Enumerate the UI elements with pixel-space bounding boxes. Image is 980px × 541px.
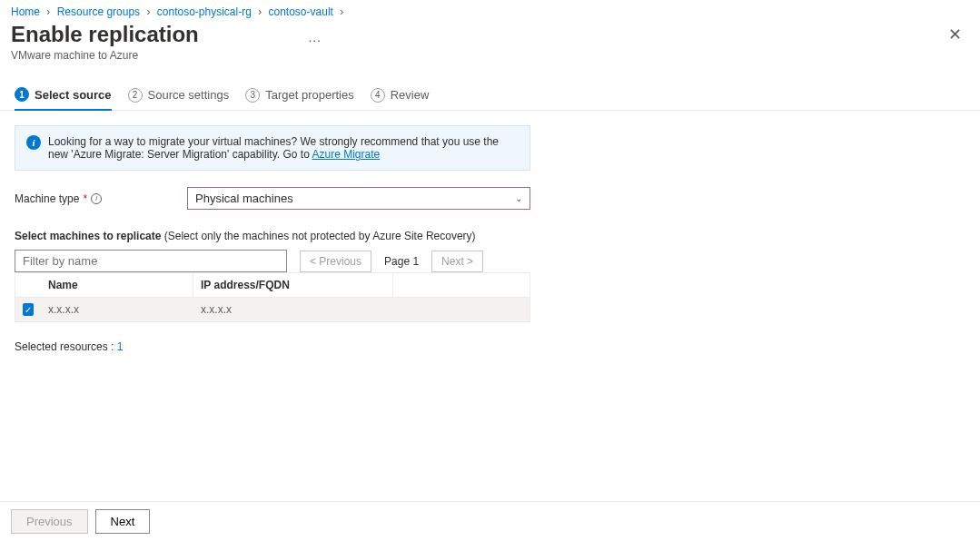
tab-review[interactable]: 4 Review <box>371 87 430 110</box>
machine-type-label: Machine type * i <box>15 192 187 205</box>
help-icon[interactable]: i <box>91 193 102 204</box>
more-menu[interactable]: … <box>308 29 323 44</box>
row-checkbox[interactable]: ✓ <box>23 303 34 316</box>
machines-table: Name IP address/FQDN ✓ x.x.x.x x.x.x.x <box>15 272 530 322</box>
breadcrumb-rg[interactable]: contoso-physical-rg <box>157 5 252 18</box>
column-ip: IP address/FQDN <box>193 273 393 297</box>
close-icon[interactable]: ✕ <box>948 25 969 44</box>
row-ip: x.x.x.x <box>193 298 530 321</box>
next-button[interactable]: Next <box>95 509 151 534</box>
column-checkbox <box>15 273 41 297</box>
tab-label: Select source <box>35 88 112 102</box>
page-indicator: Page 1 <box>384 255 419 268</box>
tab-target-properties[interactable]: 3 Target properties <box>245 87 354 110</box>
table-header: Name IP address/FQDN <box>15 272 530 298</box>
tab-number: 3 <box>245 88 260 103</box>
selected-resources: Selected resources : 1 <box>15 340 530 353</box>
page-title: Enable replication <box>11 22 199 47</box>
column-spacer <box>393 273 530 297</box>
chevron-down-icon: ⌄ <box>515 193 522 203</box>
machine-type-dropdown[interactable]: Physical machines ⌄ <box>187 187 530 210</box>
wizard-footer: Previous Next <box>0 501 980 541</box>
tab-label: Review <box>391 88 430 102</box>
dropdown-value: Physical machines <box>195 192 293 205</box>
tab-label: Source settings <box>148 88 230 102</box>
chevron-right-icon: › <box>43 5 54 18</box>
tab-source-settings[interactable]: 2 Source settings <box>128 87 230 110</box>
tab-label: Target properties <box>265 88 354 102</box>
page-subtitle: VMware machine to Azure <box>0 49 980 62</box>
previous-page-button[interactable]: < Previous <box>300 251 371 272</box>
row-name: x.x.x.x <box>41 298 193 321</box>
table-row[interactable]: ✓ x.x.x.x x.x.x.x <box>15 298 530 321</box>
replicate-heading: Select machines to replicate (Select onl… <box>15 230 530 242</box>
breadcrumb-home[interactable]: Home <box>11 5 40 18</box>
required-indicator: * <box>83 192 87 205</box>
breadcrumb-resource-groups[interactable]: Resource groups <box>57 5 140 18</box>
chevron-right-icon: › <box>143 5 153 18</box>
page-header: Enable replication … ✕ <box>0 20 980 49</box>
chevron-right-icon: › <box>336 5 347 18</box>
machine-type-field: Machine type * i Physical machines ⌄ <box>15 187 530 210</box>
filter-input[interactable] <box>15 250 287 272</box>
wizard-tabs: 1 Select source 2 Source settings 3 Targ… <box>0 62 980 111</box>
next-page-button[interactable]: Next > <box>431 251 483 272</box>
tab-select-source[interactable]: 1 Select source <box>15 87 112 111</box>
tab-number: 1 <box>15 87 29 102</box>
column-name: Name <box>41 273 193 297</box>
breadcrumb: Home › Resource groups › contoso-physica… <box>0 0 980 20</box>
info-text: Looking for a way to migrate your virtua… <box>48 135 519 161</box>
tab-number: 2 <box>128 88 143 103</box>
info-icon: i <box>26 135 41 150</box>
main-content: i Looking for a way to migrate your virt… <box>0 111 545 368</box>
previous-button[interactable]: Previous <box>11 509 88 534</box>
selected-count: 1 <box>117 340 124 353</box>
azure-migrate-link[interactable]: Azure Migrate <box>312 148 380 161</box>
table-toolbar: < Previous Page 1 Next > <box>15 250 530 272</box>
info-banner: i Looking for a way to migrate your virt… <box>15 125 530 171</box>
chevron-right-icon: › <box>254 5 265 18</box>
row-checkbox-cell: ✓ <box>15 298 41 321</box>
breadcrumb-vault[interactable]: contoso-vault <box>269 5 333 18</box>
tab-number: 4 <box>371 88 385 103</box>
